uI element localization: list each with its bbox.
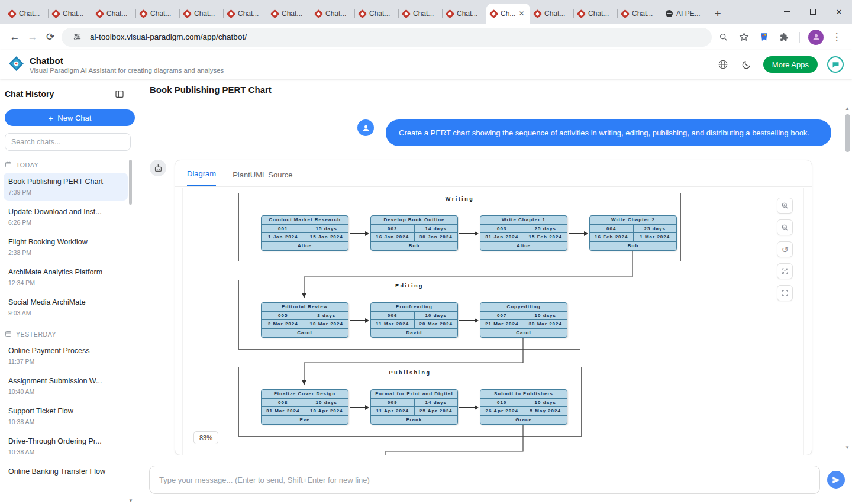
browser-tab[interactable]: Chat... [618, 4, 661, 24]
chat-history-item[interactable]: Online Banking Transfer Flow [4, 463, 128, 480]
maximize-button[interactable] [800, 0, 826, 24]
browser-tab[interactable]: Chat... [224, 4, 267, 24]
visual-paradigm-favicon [358, 9, 367, 18]
browser-tab[interactable]: AI PE... [661, 4, 705, 24]
tab-title: Ch... [501, 9, 517, 18]
tab-title: Chat... [106, 9, 132, 18]
new-chat-button[interactable]: + New Chat [5, 109, 135, 126]
browser-tab[interactable]: Chat... [267, 4, 311, 24]
pert-task[interactable]: Write Chapter 200425 days16 Feb 20241 Ma… [589, 215, 677, 251]
more-apps-button[interactable]: More Apps [763, 56, 818, 73]
pert-task[interactable]: Format for Print and Digital00914 days11… [370, 389, 458, 425]
sidebar-scroll-down-icon[interactable]: ▼ [128, 498, 133, 503]
tab-plantuml-source[interactable]: PlantUML Source [233, 170, 292, 186]
browser-tab[interactable]: Chat... [136, 4, 180, 24]
task-dates-row: 31 Jan 202415 Feb 2024 [480, 233, 567, 242]
chat-item-time: 6:26 PM [8, 219, 123, 226]
browser-tab[interactable]: Chat... [92, 4, 136, 24]
pert-task[interactable]: Copyediting00710 days21 Mar 202430 Mar 2… [480, 302, 567, 338]
zoom-in-button[interactable] [777, 198, 793, 214]
forward-button[interactable]: → [24, 28, 41, 46]
extension-colored-icon[interactable] [757, 30, 771, 44]
address-bar[interactable]: ai-toolbox.visual-paradigm.com/app/chatb… [62, 28, 712, 47]
ai-pe-favicon [666, 10, 673, 17]
browser-tab[interactable]: Chat... [49, 4, 92, 24]
language-globe-icon[interactable] [716, 57, 730, 72]
minimize-button[interactable] [774, 0, 800, 24]
tab-diagram[interactable]: Diagram [187, 169, 216, 186]
browser-profile-avatar[interactable] [808, 30, 824, 45]
task-id-duration-row: 00914 days [371, 399, 457, 408]
pert-task[interactable]: Proofreading00610 days11 Mar 202420 Mar … [370, 302, 458, 338]
scroll-up-icon[interactable]: ▲ [845, 106, 850, 112]
chat-history-item[interactable]: ArchiMate Analytics Platform12:34 PM [4, 263, 128, 291]
task-arrow-icon [348, 389, 370, 426]
chat-history-item[interactable]: Assignment Submission W...10:40 AM [4, 372, 128, 400]
page-content: Chat History + New Chat TODAYBook Publis… [0, 79, 852, 504]
fullscreen-button[interactable] [777, 285, 793, 301]
tab-title: Chat... [632, 9, 657, 18]
task-owner: Alice [480, 242, 567, 251]
pert-task[interactable]: Editorial Review0058 days2 Mar 202410 Ma… [261, 302, 348, 338]
zoom-page-icon[interactable] [717, 30, 731, 44]
chat-history-sidebar: Chat History + New Chat TODAYBook Publis… [0, 79, 140, 504]
tab-close-icon[interactable]: ✕ [517, 9, 526, 18]
browser-tab[interactable]: Chat... [311, 4, 355, 24]
chat-history-item[interactable]: Social Media ArchiMate9:03 AM [4, 293, 128, 321]
message-input[interactable] [149, 466, 820, 494]
chat-history-item[interactable]: Drive-Through Ordering Pr...10:38 AM [4, 432, 128, 460]
close-window-button[interactable]: ✕ [826, 0, 852, 24]
browser-tab[interactable]: Chat... [180, 4, 224, 24]
browser-tab[interactable]: Chat... [399, 4, 443, 24]
search-chats-input[interactable] [5, 133, 131, 151]
chatbot-app-icon[interactable] [827, 56, 844, 73]
pert-task-row: Editorial Review0058 days2 Mar 202410 Ma… [261, 302, 567, 339]
chat-item-time: 10:38 AM [8, 418, 123, 425]
pert-task[interactable]: Develop Book Outline00214 days16 Jan 202… [370, 215, 458, 251]
chat-history-item[interactable]: Book Publishing PERT Chart7:39 PM [4, 173, 128, 201]
diagram-viewport[interactable]: WritingConduct Market Research00115 days… [182, 188, 804, 455]
chat-history-item[interactable]: Support Ticket Flow10:38 AM [4, 402, 128, 430]
reset-view-button[interactable]: ↺ [777, 241, 793, 257]
task-owner: Frank [371, 416, 457, 425]
pert-task[interactable]: Finalize Cover Design00810 days31 Mar 20… [261, 389, 348, 425]
back-button[interactable]: ← [6, 28, 24, 46]
fit-view-button[interactable] [777, 263, 793, 279]
new-tab-button[interactable]: + [710, 6, 725, 21]
task-end-date: 15 Jan 2024 [305, 233, 348, 241]
reload-button[interactable]: ⟳ [41, 28, 59, 46]
pert-task[interactable]: Conduct Market Research00115 days1 Jan 2… [261, 215, 348, 251]
chat-history-item[interactable]: Flight Booking Workflow2:38 PM [4, 233, 128, 261]
bookmark-star-icon[interactable] [737, 30, 751, 44]
task-id: 002 [371, 225, 414, 233]
browser-tab-active[interactable]: Ch...✕ [486, 4, 530, 24]
collapse-sidebar-icon[interactable] [112, 87, 127, 101]
pert-task[interactable]: Submit to Publishers01010 days26 Apr 202… [480, 389, 567, 425]
sidebar-scrollbar-thumb[interactable] [129, 160, 132, 205]
browser-tab[interactable]: Chat... [355, 4, 399, 24]
scroll-down-icon[interactable]: ▼ [845, 445, 850, 451]
browser-menu-icon[interactable]: ⋮ [830, 30, 844, 44]
tab-title: Chat... [194, 9, 220, 18]
browser-tab[interactable]: Chat... [5, 4, 49, 24]
pert-task[interactable]: Write Chapter 100325 days31 Jan 202415 F… [480, 215, 567, 251]
site-info-icon[interactable] [70, 30, 84, 44]
visual-paradigm-favicon [8, 9, 17, 18]
task-end-date: 30 Jan 2024 [414, 233, 458, 241]
extensions-puzzle-icon[interactable] [777, 30, 791, 44]
task-owner: Grace [480, 416, 567, 425]
chat-history-item[interactable]: Update Download and Inst...6:26 PM [4, 203, 128, 231]
chat-history-item[interactable]: Online Payment Process11:37 PM [4, 342, 128, 370]
send-button[interactable] [827, 471, 845, 489]
task-arrow-icon [458, 302, 480, 339]
new-chat-label: New Chat [57, 114, 91, 122]
browser-tab[interactable]: Chat... [530, 4, 574, 24]
browser-tab[interactable]: Chat... [443, 4, 486, 24]
task-dates-row: 21 Mar 202430 Mar 2024 [480, 320, 567, 329]
task-arrow-icon [458, 215, 480, 252]
browser-tab[interactable]: Chat... [574, 4, 618, 24]
task-id-duration-row: 00325 days [480, 225, 567, 234]
zoom-out-button[interactable] [777, 219, 793, 235]
chat-scrollbar-thumb[interactable] [845, 114, 850, 152]
dark-mode-moon-icon[interactable] [740, 57, 754, 72]
